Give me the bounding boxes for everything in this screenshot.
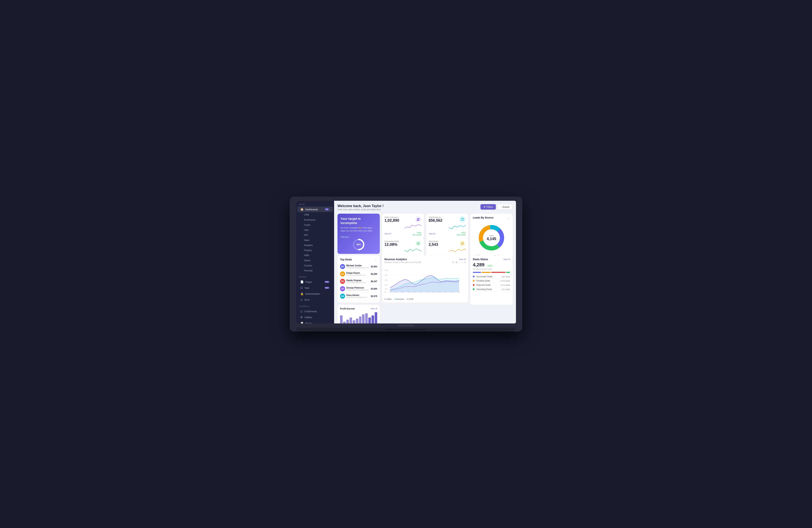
sidebar-item-dashboards[interactable]: 🏠 Dashboards 12 ▾ [297, 206, 333, 212]
svg-text:Jul: Jul [426, 291, 428, 292]
sidebar-item-pages[interactable]: 📄 Pages New › [297, 279, 333, 285]
sidebar: MAIN 🏠 Dashboards 12 ▾ CRM Ecommerce Cry… [296, 201, 334, 324]
deal-count: 921 deals [502, 288, 510, 290]
welcome-section: Welcome back, Json Taylor ! Track your s… [337, 204, 383, 211]
sidebar-item-projects[interactable]: Projects [299, 248, 333, 253]
sidebar-item-personal[interactable]: Personal [299, 268, 333, 273]
chevron-error-icon: › [329, 299, 330, 301]
bar-upcoming [506, 272, 510, 273]
deal-count: 987 deals [502, 276, 510, 278]
customers-label: Total Customers [385, 216, 399, 218]
page-subtitle: Track your sales activity, leads and dea… [337, 208, 383, 211]
sidebar-item-forms[interactable]: 📋 Forms › [297, 320, 333, 324]
sidebar-item-analytics[interactable]: Analytics [299, 243, 333, 248]
progress-circle: 48% [352, 238, 365, 251]
chevron-task-icon: › [329, 287, 330, 289]
profit-bar [368, 317, 371, 324]
top-deals-title: Top Deals [340, 258, 352, 261]
sidebar-item-hrm[interactable]: HRM [299, 253, 333, 258]
menu-icon[interactable]: ≡ [464, 261, 466, 264]
leads-menu-icon[interactable]: ⋮ [507, 217, 510, 220]
deal-amount: $2,679 [371, 295, 377, 297]
profit-earned-card: Profit Earned View All 20 40 60 80 100 [337, 305, 380, 324]
revenue-line-icon [394, 299, 396, 299]
donut-chart: Total 4,145 [477, 223, 506, 253]
svg-text:Mar: Mar [401, 291, 404, 292]
svg-text:Oct: Oct [445, 291, 447, 292]
export-label: Export [503, 205, 509, 208]
deals-status-card: Deals Status View All 4,289 1.02+ compar… [470, 255, 512, 305]
profit-bar [350, 317, 352, 324]
sidebar-item-nft[interactable]: NFT [299, 233, 333, 238]
leads-title: Leads By Source [473, 216, 493, 219]
page-title: Welcome back, Json Taylor ! [337, 204, 383, 208]
svg-point-2 [417, 218, 419, 219]
svg-text:$200: $200 [385, 288, 388, 289]
deal-info: Kiara Advain kiaraadvain214@gmail.com [346, 294, 369, 298]
sidebar-item-task[interactable]: ☑ Task New › [297, 285, 333, 291]
profit-bar [362, 314, 365, 324]
sidebar-item-error[interactable]: ⚠ Error › [297, 297, 333, 302]
deals-progress-bar [473, 272, 510, 273]
target-click-here[interactable]: Click here [340, 236, 349, 238]
svg-text:Nov: Nov [451, 291, 453, 292]
chevron-forms-icon: › [329, 322, 330, 324]
sidebar-item-sales[interactable]: Sales [299, 238, 333, 243]
top-deals-menu-icon[interactable]: ⋮ [374, 258, 377, 261]
deal-stat-dot [473, 276, 475, 277]
revenue-view-all[interactable]: View All [459, 258, 466, 260]
refresh-icon[interactable]: ↻ [452, 261, 454, 264]
home-icon[interactable]: ⌂ [461, 261, 463, 264]
sidebar-item-crypto[interactable]: Crypto [299, 223, 333, 227]
deal-info: Michael Jordan michael.jordan@example.co… [346, 265, 369, 269]
svg-text:Feb: Feb [395, 291, 397, 292]
deal-name: Kiara Advain [346, 294, 369, 296]
main-content: Welcome back, Json Taylor ! Track your s… [334, 201, 516, 324]
svg-rect-4 [461, 218, 464, 220]
profit-view-all[interactable]: View All [371, 308, 377, 310]
sidebar-item-stocks[interactable]: Stocks [299, 258, 333, 263]
sales-line-icon [385, 299, 386, 299]
filter-button[interactable]: ▼ Filters [480, 204, 496, 210]
customers-view-all[interactable]: View All [385, 233, 391, 235]
deal-stat-dot [473, 288, 475, 290]
profit-bar [375, 312, 377, 324]
revenue-analytics-card: Revenue Analytics View All Revenue Analy… [382, 255, 468, 303]
zoom-icon[interactable]: ⊕ [455, 261, 458, 264]
revenue-view-all[interactable]: View All [429, 233, 435, 235]
sidebar-item-jobs[interactable]: Jobs [299, 228, 333, 232]
svg-text:$800: $800 [385, 274, 388, 276]
pages-icon: 📄 [300, 280, 304, 284]
download-icon[interactable]: ↓ [459, 261, 460, 264]
svg-text:Dec: Dec [458, 291, 460, 292]
sidebar-item-ecommerce[interactable]: Ecommerce [299, 217, 333, 222]
sidebar-section-main: MAIN [296, 201, 334, 206]
sidebar-item-utilities[interactable]: ⚙ Utilities › [297, 314, 333, 320]
revenue-value: $56,562 [429, 218, 443, 223]
customers-value: 1,02,890 [385, 218, 399, 223]
deal-name: Michael Jordan [346, 265, 369, 267]
target-body: You have completed 48% of the given targ… [340, 227, 377, 232]
auth-icon: 🔒 [300, 292, 304, 295]
export-button[interactable]: ↑ Export [497, 204, 512, 210]
revenue-icon [459, 216, 466, 223]
sidebar-item-courses[interactable]: Courses [299, 263, 333, 268]
laptop-wrapper: MAIN 🏠 Dashboards 12 ▾ CRM Ecommerce Cry… [290, 197, 522, 331]
svg-text:Jun: Jun [420, 291, 422, 292]
revenue-sub: Revenue Analytics with sales & profit (U… [385, 261, 421, 263]
profit-bar [346, 320, 349, 324]
profit-bar-chart [340, 311, 377, 324]
deals-status-view-all[interactable]: View All [504, 258, 510, 260]
deal-email: george.pieterson@gmail.com [346, 289, 369, 291]
filter-label: Filters [487, 205, 493, 208]
deal-amount: $3,894 [371, 288, 377, 290]
deal-list: MJ Michael Jordan michael.jordan@example… [340, 263, 377, 300]
revenue-legend: Sales Revenue Profit [385, 298, 466, 300]
profit-bar [343, 322, 346, 324]
sidebar-item-authentication[interactable]: 🔒 Authentication › [297, 291, 333, 297]
revenue-title: Revenue Analytics [385, 258, 407, 261]
sidebar-item-ui-elements[interactable]: ◻ Ui Elements › [297, 309, 333, 314]
customers-change: +40% this month [412, 232, 421, 236]
deal-item: RO Randy Origoan randy.origoan@gmail.com… [340, 278, 377, 285]
sidebar-item-crm[interactable]: CRM [299, 212, 333, 217]
